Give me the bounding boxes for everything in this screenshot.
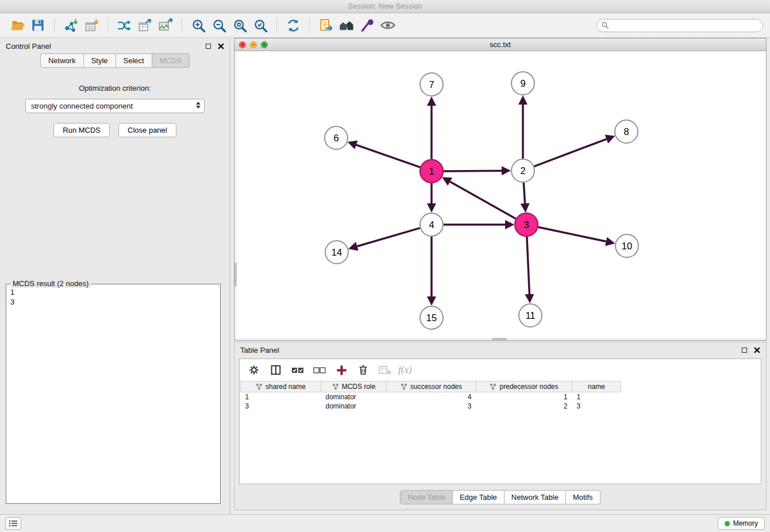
graph-edge-1-2[interactable]	[444, 171, 502, 171]
table-toolbar: f(x)	[240, 359, 761, 381]
import-network-button[interactable]	[60, 15, 81, 36]
network-canvas[interactable]: 7968124314101511	[234, 51, 766, 340]
open-folder-icon	[10, 18, 25, 33]
save-session-button[interactable]	[28, 15, 48, 36]
table-panel-header: Table Panel	[234, 342, 766, 357]
graph-node-10[interactable]: 10	[615, 234, 638, 257]
function-builder-button[interactable]: f(x)	[398, 361, 412, 379]
export-image-button[interactable]	[155, 15, 176, 36]
graph-node-11[interactable]: 11	[519, 304, 542, 327]
table-row[interactable]: 1 dominator 4 1 1	[241, 392, 621, 402]
graph-node-6[interactable]: 6	[325, 126, 348, 149]
column-header-successor-nodes[interactable]: successor nodes	[387, 381, 476, 392]
import-table-icon	[84, 18, 99, 33]
tab-network-table[interactable]: Network Table	[505, 490, 566, 504]
zoom-selected-button[interactable]	[250, 15, 271, 36]
graph-edge-4-14[interactable]	[357, 228, 420, 246]
fx-icon: f(x)	[398, 364, 412, 376]
optimization-criterion-select[interactable]: strongly connected component	[25, 99, 205, 113]
graph-edge-3-11[interactable]	[527, 237, 530, 294]
graph-node-2[interactable]: 2	[511, 159, 534, 182]
add-row-button[interactable]	[333, 361, 350, 379]
refresh-layout-button[interactable]	[283, 15, 303, 36]
import-network-icon	[63, 18, 79, 33]
network-from-selection-button[interactable]	[114, 15, 134, 36]
close-window-icon[interactable]	[239, 41, 246, 48]
float-panel-icon[interactable]	[206, 44, 211, 49]
graph-node-3[interactable]: 3	[515, 213, 538, 236]
export-table-button[interactable]	[134, 15, 155, 36]
export-network-button[interactable]	[315, 15, 336, 36]
memory-status-icon	[725, 521, 730, 526]
toolbar-separator	[309, 18, 310, 33]
close-panel-icon[interactable]	[754, 347, 760, 353]
search-input[interactable]	[596, 19, 763, 32]
style-button[interactable]	[357, 15, 378, 36]
refresh-icon	[286, 18, 301, 33]
graph-node-9[interactable]: 9	[511, 72, 534, 95]
graph-edge-2-3[interactable]	[523, 183, 525, 203]
list-icon	[9, 519, 18, 527]
network-window-titlebar[interactable]: scc.txt	[234, 38, 766, 51]
show-columns-button[interactable]	[267, 361, 284, 379]
column-header-mcds-role[interactable]: MCDS role	[321, 381, 387, 392]
graph-edge-3-10[interactable]	[538, 227, 606, 241]
close-panel-icon[interactable]	[218, 43, 224, 49]
tab-style[interactable]: Style	[84, 53, 116, 68]
zoom-fit-button[interactable]	[229, 15, 250, 36]
zoom-out-button[interactable]	[209, 15, 229, 36]
zoom-window-icon[interactable]	[261, 41, 268, 48]
show-details-button[interactable]	[378, 15, 398, 36]
graph-node-14[interactable]: 14	[325, 241, 348, 264]
graph-node-label: 3	[523, 219, 529, 230]
delete-column-button[interactable]	[376, 361, 394, 379]
graph-node-label: 8	[623, 126, 629, 137]
float-panel-icon[interactable]	[742, 348, 747, 353]
column-header-name[interactable]: name	[572, 381, 621, 392]
graph-edge-1-6[interactable]	[356, 145, 420, 167]
tab-select[interactable]: Select	[116, 53, 152, 68]
scrollbar-thumb[interactable]	[492, 338, 507, 340]
mcds-result-list: 1 3	[6, 284, 220, 310]
graph-edge-2-8[interactable]	[534, 139, 607, 167]
graph-edge-3-1[interactable]	[450, 182, 516, 219]
tab-mcds[interactable]: MCDS	[152, 53, 190, 68]
home-button[interactable]	[336, 15, 357, 36]
graph-node-label: 14	[332, 247, 342, 257]
graph-node-label: 7	[429, 79, 434, 90]
minimize-window-icon[interactable]	[250, 41, 257, 48]
column-header-shared-name[interactable]: shared name	[241, 381, 321, 392]
control-panel: Control Panel Network Style Select MCDS …	[0, 38, 230, 514]
column-header-predecessor-nodes[interactable]: predecessor nodes	[476, 381, 572, 392]
control-panel-tabs: Network Style Select MCDS	[0, 53, 230, 68]
table-row[interactable]: 3 dominator 3 2 3	[241, 402, 621, 411]
network-vertical-scrollbar[interactable]	[234, 51, 237, 340]
column-type-icon	[332, 383, 339, 390]
memory-button[interactable]: Memory	[718, 517, 765, 530]
close-panel-button[interactable]: Close panel	[118, 123, 176, 137]
trash-icon	[357, 364, 369, 376]
graph-node-1[interactable]: 1	[420, 160, 443, 183]
graph-node-4[interactable]: 4	[420, 213, 443, 236]
graph-node-7[interactable]: 7	[420, 73, 443, 96]
select-all-columns-button[interactable]	[289, 361, 306, 379]
memory-label: Memory	[733, 519, 758, 527]
task-history-button[interactable]	[5, 517, 21, 530]
table-settings-button[interactable]	[245, 361, 263, 379]
network-horizontal-scrollbar[interactable]	[234, 338, 766, 340]
window-title: Session: New Session	[348, 2, 422, 10]
unselect-all-columns-button[interactable]	[311, 361, 328, 379]
tab-motifs[interactable]: Motifs	[566, 490, 600, 504]
graph-node-8[interactable]: 8	[615, 120, 638, 143]
delete-row-button[interactable]	[355, 361, 372, 379]
tab-edge-table[interactable]: Edge Table	[453, 490, 505, 504]
tab-node-table[interactable]: Node Table	[400, 490, 453, 504]
import-table-button[interactable]	[81, 15, 102, 36]
graph-node-15[interactable]: 15	[420, 306, 443, 329]
run-mcds-button[interactable]: Run MCDS	[53, 123, 110, 137]
scrollbar-thumb[interactable]	[234, 263, 237, 287]
tab-network[interactable]: Network	[40, 53, 84, 68]
graph-node-label: 9	[520, 78, 525, 88]
open-file-button[interactable]	[7, 15, 28, 36]
zoom-in-button[interactable]	[188, 15, 209, 36]
